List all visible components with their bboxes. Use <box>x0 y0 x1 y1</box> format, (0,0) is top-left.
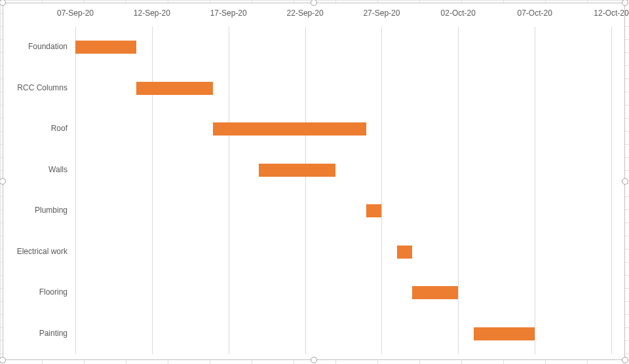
y-axis-category-label: Plumbing <box>10 206 67 215</box>
gantt-bar[interactable] <box>75 41 136 54</box>
y-axis-category-label: Painting <box>10 329 67 338</box>
y-axis-category-label: RCC Columns <box>10 83 67 92</box>
x-axis-tick-label: 02-Oct-20 <box>441 9 476 18</box>
gantt-bar[interactable] <box>259 164 335 177</box>
gantt-bar[interactable] <box>412 286 458 299</box>
x-axis-tick-label: 12-Sep-20 <box>134 9 170 18</box>
x-gridline <box>458 27 459 354</box>
plot-region: FoundationRCC ColumnsRoofWallsPlumbingEl… <box>10 27 618 354</box>
x-gridline <box>75 27 76 354</box>
x-axis-tick-label: 12-Oct-20 <box>594 9 628 18</box>
y-axis-category-label: Flooring <box>10 287 67 297</box>
x-axis-tick-label: 27-Sep-20 <box>363 9 400 18</box>
y-axis-category-label: Foundation <box>10 42 67 51</box>
x-axis: 07-Sep-2012-Sep-2017-Sep-2022-Sep-2027-S… <box>10 9 618 24</box>
selection-handle[interactable] <box>622 357 628 363</box>
gantt-bar[interactable] <box>213 122 366 136</box>
x-gridline <box>152 27 153 354</box>
x-gridline <box>229 27 229 354</box>
y-axis-category-label: Walls <box>10 165 67 174</box>
x-axis-tick-label: 07-Oct-20 <box>517 9 552 18</box>
selection-handle[interactable] <box>622 178 628 185</box>
y-axis-category-label: Electrical work <box>10 247 67 256</box>
x-gridline <box>381 27 382 354</box>
selection-handle[interactable] <box>311 357 317 363</box>
x-axis-tick-label: 07-Sep-20 <box>57 9 94 18</box>
x-axis-tick-label: 22-Sep-20 <box>287 9 324 18</box>
x-axis-tick-label: 17-Sep-20 <box>210 9 247 18</box>
gantt-bar[interactable] <box>136 82 213 95</box>
chart-plot-area: 07-Sep-2012-Sep-2017-Sep-2022-Sep-2027-S… <box>10 9 618 354</box>
x-gridline <box>611 27 612 354</box>
x-gridline <box>305 27 306 354</box>
y-axis-category-label: Roof <box>10 124 67 133</box>
gantt-bar[interactable] <box>474 327 535 340</box>
x-gridline <box>535 27 535 354</box>
gantt-bar[interactable] <box>366 204 381 217</box>
chart-object[interactable]: 07-Sep-2012-Sep-2017-Sep-2022-Sep-2027-S… <box>3 3 625 360</box>
gantt-bar[interactable] <box>397 246 412 259</box>
